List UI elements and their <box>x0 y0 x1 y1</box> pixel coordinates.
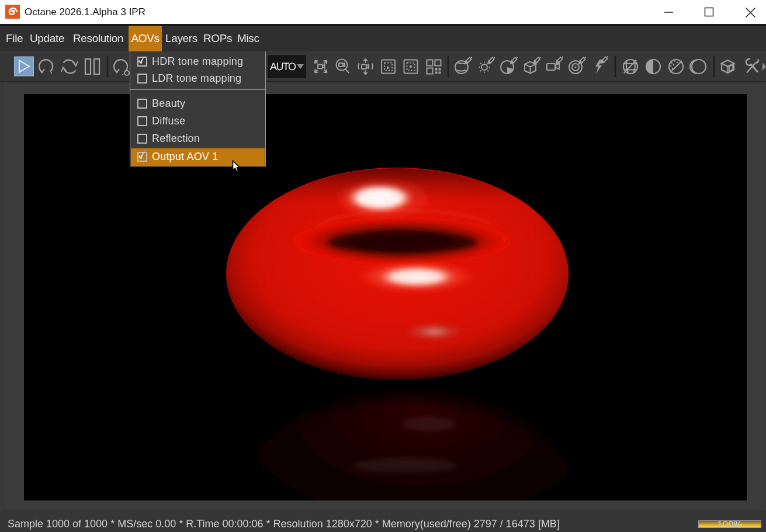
svg-text:AUTO: AUTO <box>270 61 296 72</box>
